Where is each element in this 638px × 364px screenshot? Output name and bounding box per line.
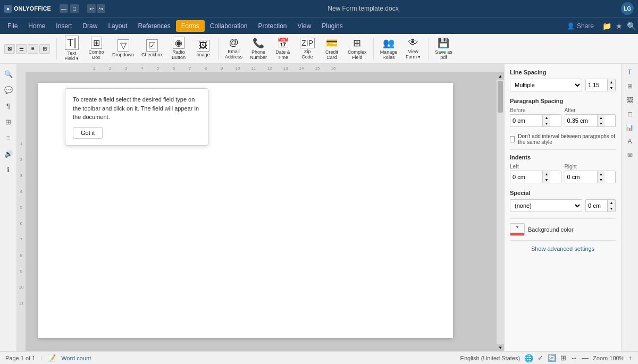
toolbar-save-pdf[interactable]: 💾 Save aspdf — [432, 36, 456, 62]
indent-left-group: Left 0 cm ▲ ▼ — [510, 164, 561, 183]
toolbar-image[interactable]: 🖼 Image — [191, 38, 215, 60]
undo-button[interactable]: ↩ — [87, 4, 96, 13]
toolbar-credit-card[interactable]: 💳 CreditCard — [320, 36, 343, 62]
background-color-button[interactable]: ▼ — [510, 223, 525, 236]
sidebar-audio-icon[interactable]: 🔊 — [3, 148, 14, 159]
search-icon[interactable]: 🔍 — [627, 22, 636, 30]
document-area[interactable]: 1 2 3 4 5 6 7 8 9 10 11 To create a fiel… — [17, 72, 497, 351]
right-panel-textart-icon[interactable]: A — [624, 135, 636, 148]
statusbar-right: English (United States) 🌐 ✓ 🔄 ⊞ ↔ — Zoom… — [460, 354, 633, 362]
toolbar-complex-field[interactable]: ⊞ ComplexField — [345, 36, 370, 62]
special-amount[interactable]: 0 cm — [586, 200, 607, 211]
menu-protection[interactable]: Protection — [253, 20, 292, 32]
sidebar-comment-icon[interactable]: 💬 — [3, 84, 14, 96]
indent-left-up[interactable]: ▲ — [543, 171, 550, 177]
after-up[interactable]: ▲ — [598, 115, 605, 121]
scroll-down-button[interactable]: ▼ — [497, 344, 504, 351]
share-button[interactable]: 👤 Share — [563, 20, 598, 32]
v-ruler-mark: 2 — [20, 152, 22, 168]
menu-layout[interactable]: Layout — [103, 20, 132, 32]
special-select[interactable]: (none) — [510, 199, 582, 212]
line-spacing-select[interactable]: Multiple — [510, 79, 582, 91]
right-panel-chart-icon[interactable]: 📊 — [624, 121, 636, 134]
after-value[interactable]: 0.35 cm — [565, 115, 597, 126]
right-panel-table-icon[interactable]: ⊞ — [624, 80, 636, 92]
menu-collaboration[interactable]: Collaboration — [205, 20, 253, 32]
before-value[interactable]: 0 cm — [510, 115, 542, 126]
menu-draw[interactable]: Draw — [77, 20, 103, 32]
menu-file[interactable]: File — [2, 20, 23, 32]
zoom-out-icon[interactable]: — — [582, 354, 589, 362]
line-spacing-down[interactable]: ▼ — [608, 85, 615, 91]
toolbar-text-field[interactable]: T| TextField ▾ — [60, 34, 83, 63]
word-count-label[interactable]: Word count — [61, 355, 91, 361]
indent-right-value[interactable]: 0 cm — [565, 171, 597, 183]
track-changes-icon[interactable]: 🔄 — [548, 354, 556, 362]
indent-left-value[interactable]: 0 cm — [510, 171, 542, 183]
right-panel-signature-icon[interactable]: ✉ — [624, 149, 636, 162]
spell-check-icon[interactable]: ✓ — [538, 354, 543, 362]
background-color-label: Background color — [528, 226, 574, 233]
toolbar-action-3[interactable]: ≡ — [28, 44, 38, 54]
menu-view[interactable]: View — [292, 20, 317, 32]
no-interval-checkbox[interactable] — [510, 136, 515, 142]
show-advanced-link[interactable]: Show advanced settings — [531, 246, 594, 252]
got-it-button[interactable]: Got it — [73, 127, 103, 139]
sidebar-table-icon[interactable]: ⊞ — [3, 116, 14, 128]
sidebar-lines-icon[interactable]: ≡ — [3, 132, 14, 143]
star-icon[interactable]: ★ — [616, 22, 623, 30]
toolbar-checkbox[interactable]: ☑ Checkbox — [138, 38, 166, 60]
fit-width-icon[interactable]: ↔ — [570, 354, 577, 362]
scroll-track[interactable] — [497, 80, 504, 344]
redo-button[interactable]: ↪ — [97, 4, 105, 13]
toolbar-action-2[interactable]: ☰ — [16, 44, 27, 54]
toolbar-action-4[interactable]: ⊞ — [39, 44, 50, 54]
language-label[interactable]: English (United States) — [460, 355, 521, 361]
sidebar-heading-icon[interactable]: ¶ — [3, 100, 14, 112]
zoom-in-icon[interactable]: + — [628, 354, 633, 362]
before-down[interactable]: ▼ — [543, 121, 550, 126]
indent-left-down[interactable]: ▼ — [543, 177, 550, 183]
checkbox-icon: ☑ — [146, 39, 158, 52]
right-panel-text-icon[interactable]: T — [624, 66, 636, 79]
toolbar-zip-code[interactable]: ZIP ZipCode — [296, 36, 319, 62]
minimize-button[interactable]: — — [60, 4, 68, 13]
scroll-thumb[interactable] — [498, 81, 503, 113]
toolbar-combo-box[interactable]: ⊞ ComboBox — [85, 35, 108, 62]
toolbar-radio-button[interactable]: ◉ RadioButton — [167, 35, 190, 62]
right-panel-shape-icon[interactable]: ◻ — [624, 107, 636, 120]
toolbar-view-form[interactable]: 👁 ViewForm ▾ — [401, 36, 425, 62]
document-page[interactable]: To create a field select the desired fie… — [38, 83, 453, 338]
toolbar-email-address[interactable]: @ EmailAddress — [222, 36, 246, 62]
vertical-scrollbar[interactable]: ▲ ▼ — [497, 72, 504, 351]
language-globe-icon[interactable]: 🌐 — [524, 354, 533, 362]
menu-plugins[interactable]: Plugins — [316, 20, 348, 32]
menu-references[interactable]: References — [132, 20, 175, 32]
folder-icon[interactable]: 📁 — [602, 22, 611, 30]
maximize-button[interactable]: □ — [70, 4, 79, 13]
before-up[interactable]: ▲ — [543, 115, 550, 121]
menu-home[interactable]: Home — [23, 20, 51, 32]
v-ruler-mark: 1 — [20, 136, 22, 152]
scroll-up-button[interactable]: ▲ — [497, 72, 504, 80]
sidebar-info-icon[interactable]: ℹ — [3, 164, 14, 175]
special-up[interactable]: ▲ — [608, 200, 615, 206]
indent-right-up[interactable]: ▲ — [598, 171, 605, 177]
line-spacing-up[interactable]: ▲ — [608, 79, 615, 85]
right-panel-image-icon2[interactable]: 🖼 — [624, 94, 636, 106]
toolbar-phone-number[interactable]: 📞 PhoneNumber — [247, 36, 270, 62]
line-spacing-value[interactable]: 1.15 — [586, 79, 607, 91]
menu-insert[interactable]: Insert — [51, 20, 77, 32]
after-down[interactable]: ▼ — [598, 121, 605, 126]
toolbar-dropdown[interactable]: ▽ Dropdown — [109, 38, 137, 60]
indent-right-down[interactable]: ▼ — [598, 177, 605, 183]
avatar[interactable]: LG — [621, 2, 634, 15]
toolbar-action-1[interactable]: ⊠ — [4, 44, 15, 54]
toolbar-manage-roles[interactable]: 👥 ManageRoles — [377, 36, 401, 62]
zoom-level[interactable]: Zoom 100% — [593, 355, 624, 361]
fit-page-icon[interactable]: ⊞ — [560, 354, 566, 362]
special-down[interactable]: ▼ — [608, 206, 615, 211]
toolbar-date-time[interactable]: 📅 Date &Time — [271, 36, 295, 62]
sidebar-search-icon[interactable]: 🔍 — [3, 68, 14, 80]
menu-forms[interactable]: Forms — [176, 20, 205, 32]
